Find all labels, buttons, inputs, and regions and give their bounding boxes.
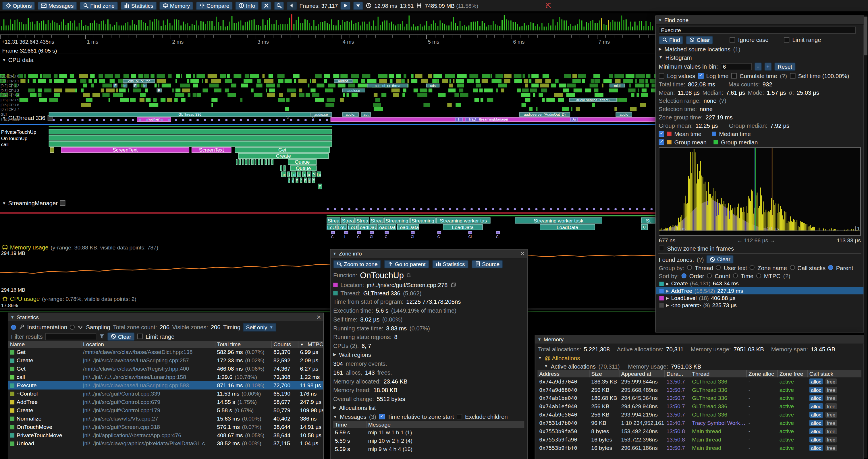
stats-row[interactable]: calljni/../jni/../../../src/claw/base/Lu… (8, 373, 323, 381)
cpu-zone[interactable]: E (114, 84, 117, 87)
zone-bar[interactable] (239, 159, 241, 165)
zone-bar[interactable]: E (312, 178, 315, 183)
alloc-callstack-button[interactable]: alloc (809, 395, 823, 401)
toolbar-button-find-zone[interactable]: Find zone (80, 1, 118, 10)
message-dot[interactable] (420, 208, 423, 210)
message-dot[interactable] (74, 119, 76, 121)
timing-select[interactable]: Self only▼ (243, 323, 276, 331)
exclude-children-checkbox[interactable] (457, 414, 462, 419)
message-dot[interactable] (334, 208, 336, 210)
log-values-checkbox[interactable] (659, 73, 664, 78)
wait-regions-toggle[interactable]: ▶Wait regions (331, 350, 527, 359)
zone-bar[interactable]: ( (292, 178, 294, 183)
find-button[interactable]: Find (659, 36, 683, 44)
message-dot[interactable] (564, 208, 566, 210)
cpu-data-header[interactable]: ▼CPU data (2, 57, 34, 63)
message-dot[interactable] (297, 119, 300, 121)
close-icon[interactable]: ✕ (316, 314, 321, 320)
zone-bar[interactable]: Create (238, 153, 329, 159)
alloc-callstack-button[interactable]: alloc (809, 445, 823, 451)
show-zone-time-checkbox[interactable] (659, 245, 664, 251)
message-dot[interactable] (579, 208, 581, 210)
cpu-zone[interactable]: e (124, 84, 127, 87)
zone-bar[interactable]: Streaming worker tas (436, 217, 491, 223)
zone-bar[interactable]: ScreenText (192, 147, 231, 153)
zone-bar[interactable]: E (296, 178, 299, 183)
cpu-zone[interactable]: Ai (570, 117, 578, 122)
sampling-radio[interactable] (70, 324, 75, 329)
zone-bar[interactable]: Loi (291, 171, 296, 177)
message-dot[interactable] (96, 119, 98, 121)
message-dot[interactable] (146, 119, 149, 121)
stats-row[interactable]: Unloadjni/../jni/src/claw/graphics/pixel… (8, 439, 323, 448)
messages-toggle[interactable]: Messages (340, 413, 366, 420)
zone-bar[interactable]: Strea (341, 217, 355, 223)
message-dot[interactable] (132, 119, 134, 121)
zone-bar[interactable]: E (318, 184, 322, 189)
zone-bar[interactable] (50, 147, 54, 153)
message-row[interactable]: 5.59 smip 9 w 4 h 4 (16) (333, 445, 524, 453)
message-dot[interactable] (413, 208, 415, 210)
message-dot[interactable] (535, 208, 538, 210)
go-to-parent-button[interactable]: Go to parent (384, 260, 429, 268)
message-dot[interactable] (269, 119, 271, 121)
message-dot[interactable] (283, 119, 285, 121)
message-dot[interactable] (370, 208, 372, 210)
zone-bar[interactable] (255, 159, 256, 165)
cpu-zone[interactable]: audio (616, 112, 632, 116)
min-bin-minus-button[interactable]: - (754, 62, 762, 71)
zone-mark[interactable] (411, 231, 414, 234)
toolbar-button-options[interactable]: Options (2, 1, 35, 10)
message-dot[interactable] (218, 119, 220, 121)
location-path[interactable]: jni/../jni/src/guif/Screen.cpp:278 (367, 281, 447, 288)
zone-bar[interactable]: Strea (327, 217, 340, 223)
stats-row[interactable]: ~Controljni/../jni/src/guif/Control.cpp:… (8, 390, 323, 398)
allocations-section-toggle[interactable]: ▼@ Allocations (535, 354, 864, 362)
find-zone-histogram[interactable]: 1 µs10 µs100 µs (659, 147, 861, 236)
copy-icon[interactable] (406, 272, 412, 277)
scrollbar-thumb[interactable] (864, 17, 868, 56)
min-bin-input[interactable] (721, 63, 752, 70)
find-zone-titlebar[interactable]: ▼Find zone (656, 16, 864, 25)
message-dot[interactable] (622, 208, 624, 210)
group-by-radio-thread[interactable] (687, 265, 692, 270)
reset-button[interactable]: Reset (774, 62, 795, 71)
memory-titlebar[interactable]: ▼Memory (535, 335, 864, 344)
cpu-zone[interactable]: cds (426, 84, 439, 87)
allocation-row[interactable]: 0x74ab1ef040256 KB294,629,948ns13:50.7GL… (537, 402, 861, 411)
message-dot[interactable] (247, 119, 249, 121)
cpu-zone[interactable]: Ti (455, 117, 463, 122)
cpu-usage-header[interactable]: CPU usage (y-range: 0.78%, visible data … (2, 295, 136, 302)
toolbar-button-info[interactable]: Info (236, 1, 258, 10)
message-dot[interactable] (341, 208, 343, 210)
message-dot[interactable] (196, 119, 199, 121)
streamingmanager-header[interactable]: ▼StreamingManager (2, 200, 65, 206)
zoom-search-button[interactable] (274, 1, 284, 10)
zone-bar[interactable] (251, 159, 254, 165)
stats-limit-range-checkbox[interactable] (137, 333, 143, 339)
zone-bar[interactable] (283, 165, 286, 171)
zone-bar[interactable]: P (312, 171, 315, 177)
cpu-zone[interactable]: audiose (342, 89, 365, 92)
free-callstack-button[interactable]: free (825, 395, 837, 401)
allocation-row[interactable]: 0x7553b9fbf016 bytes296,661,186ns13:50.7… (537, 444, 861, 452)
message-dot[interactable] (463, 208, 466, 210)
message-dot[interactable] (240, 119, 242, 121)
stats-row[interactable]: Createjni/../jni/src/guif/Control.cpp:17… (8, 406, 323, 415)
thread-name[interactable]: GLThread 336 (363, 290, 400, 296)
alloc-callstack-button[interactable]: alloc (809, 412, 823, 418)
memory-usage-graph[interactable] (0, 250, 655, 289)
timeline-row[interactable]: GLThread 336audio.seaudio.autaudioserver… (0, 112, 655, 116)
message-dot[interactable] (305, 119, 307, 121)
zone-bar[interactable]: Lo (316, 171, 321, 177)
zone-mark[interactable] (496, 231, 500, 234)
message-dot[interactable] (384, 208, 386, 210)
message-dot[interactable] (81, 119, 84, 121)
zone-info-titlebar[interactable]: ▼Zone info ✕ (331, 250, 527, 258)
message-dot[interactable] (204, 119, 206, 121)
cpu-zone[interactable]: E (133, 84, 137, 87)
cpu-zone[interactable]: StreamingManager (331, 117, 655, 122)
message-dot[interactable] (607, 208, 610, 210)
zone-mark[interactable] (344, 231, 348, 234)
close-icon[interactable]: ✕ (520, 251, 525, 257)
